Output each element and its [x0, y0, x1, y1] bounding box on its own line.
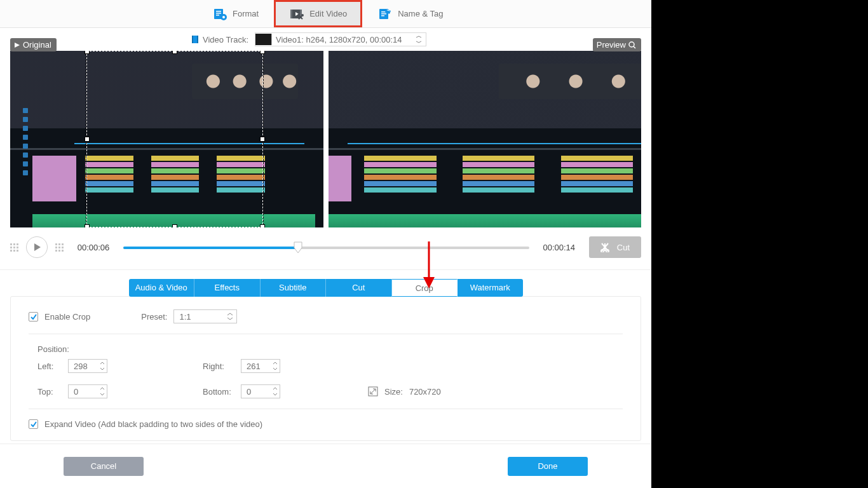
- settings-tabs: Audio & Video Effects Subtitle Cut Crop …: [129, 279, 523, 297]
- expand-video-checkbox[interactable]: [29, 419, 38, 429]
- play-icon: [14, 42, 20, 48]
- crop-handle-e[interactable]: [260, 137, 265, 142]
- crop-handle-se[interactable]: [260, 224, 265, 227]
- stepper-icon[interactable]: [271, 386, 279, 397]
- video-track-icon: [191, 35, 199, 44]
- timeline-knob[interactable]: [293, 241, 303, 254]
- size-value: 720x720: [409, 387, 441, 396]
- annotation-arrow-icon: [421, 240, 437, 291]
- bottom-label: Bottom:: [203, 387, 234, 396]
- enable-crop-checkbox[interactable]: [29, 312, 38, 322]
- svg-rect-14: [381, 13, 386, 15]
- top-tabbar: Format Edit Video Name & Tag: [0, 0, 651, 28]
- left-input[interactable]: 298: [68, 359, 107, 373]
- svg-rect-2: [216, 13, 221, 14]
- play-button[interactable]: [26, 236, 48, 258]
- name-tag-icon: [377, 6, 393, 22]
- original-badge: Original: [10, 38, 57, 51]
- right-value: 261: [247, 362, 261, 371]
- preview-stage: [0, 51, 651, 227]
- top-label: Top:: [37, 387, 62, 396]
- chevron-updown-icon: [227, 312, 233, 321]
- crop-handle-sw[interactable]: [85, 224, 90, 227]
- svg-rect-3: [216, 15, 219, 16]
- preset-label: Preset:: [141, 312, 167, 322]
- chevron-down-icon: [416, 36, 422, 43]
- preview-badge: Preview: [593, 38, 641, 51]
- svg-point-5: [222, 16, 225, 18]
- tab-edit-video[interactable]: Edit Video: [274, 0, 362, 27]
- search-icon: [628, 41, 636, 49]
- edit-video-icon: [289, 6, 304, 22]
- svg-rect-1: [216, 11, 221, 12]
- svg-line-22: [634, 46, 635, 48]
- original-pane[interactable]: [10, 51, 323, 227]
- svg-point-11: [301, 14, 304, 17]
- tab-name-tag[interactable]: Name & Tag: [362, 0, 458, 27]
- top-value: 0: [74, 387, 78, 396]
- svg-rect-15: [381, 15, 384, 17]
- crop-handle-n[interactable]: [172, 51, 177, 54]
- crop-handle-ne[interactable]: [260, 51, 265, 54]
- tab-cut[interactable]: Cut: [326, 279, 392, 297]
- settings-area: Audio & Video Effects Subtitle Cut Crop …: [0, 270, 651, 441]
- footer: Cancel Done: [0, 444, 651, 488]
- svg-point-10: [297, 14, 300, 17]
- format-icon: [212, 6, 227, 22]
- expand-video-label: Expand Video (Add black padding to two s…: [44, 419, 262, 429]
- done-button[interactable]: Done: [508, 457, 588, 476]
- preview-pane: [329, 51, 642, 227]
- video-track-thumb: [255, 34, 272, 45]
- tab-audio-video[interactable]: Audio & Video: [129, 279, 195, 297]
- right-label: Right:: [203, 362, 234, 371]
- video-track-select[interactable]: Video1: h264, 1280x720, 00:00:14: [255, 32, 426, 46]
- video-content: [329, 51, 642, 227]
- svg-rect-7: [290, 10, 292, 18]
- crop-handle-w[interactable]: [85, 137, 90, 142]
- crop-selection[interactable]: [86, 51, 263, 227]
- svg-marker-30: [423, 277, 435, 288]
- cancel-button[interactable]: Cancel: [64, 457, 144, 476]
- left-label: Left:: [37, 362, 62, 371]
- video-track-label: Video Track:: [191, 35, 248, 44]
- svg-marker-20: [15, 43, 20, 48]
- tab-format[interactable]: Format: [197, 0, 274, 27]
- svg-marker-23: [34, 243, 41, 251]
- tab-name-tag-label: Name & Tag: [398, 9, 443, 18]
- svg-point-21: [629, 42, 634, 47]
- right-input[interactable]: 261: [241, 359, 280, 373]
- size-label: Size:: [384, 387, 403, 396]
- enable-crop-label: Enable Crop: [44, 312, 90, 322]
- video-track-value: Video1: h264, 1280x720, 00:00:14: [276, 35, 402, 44]
- grip-right-icon[interactable]: [55, 243, 64, 252]
- svg-rect-19: [197, 36, 198, 43]
- position-label: Position:: [37, 344, 623, 354]
- grip-left-icon[interactable]: [10, 243, 18, 252]
- svg-rect-18: [192, 36, 193, 43]
- tab-subtitle[interactable]: Subtitle: [261, 279, 327, 297]
- crop-handle-nw[interactable]: [85, 51, 90, 54]
- tab-edit-video-label: Edit Video: [309, 9, 347, 18]
- left-value: 298: [74, 362, 88, 371]
- playback-bar: 00:00:06 00:00:14 Cut: [0, 227, 651, 270]
- cut-button[interactable]: Cut: [589, 236, 641, 258]
- time-total: 00:00:14: [537, 243, 581, 252]
- scissors-icon: [600, 242, 612, 252]
- video-track-row: Video Track: Video1: h264, 1280x720, 00:…: [0, 28, 651, 51]
- time-current: 00:00:06: [71, 243, 116, 252]
- preset-value: 1:1: [179, 312, 191, 322]
- bottom-value: 0: [247, 387, 251, 396]
- tab-watermark[interactable]: Watermark: [458, 279, 523, 297]
- crop-handle-s[interactable]: [172, 224, 177, 227]
- stepper-icon[interactable]: [271, 360, 279, 372]
- stepper-icon[interactable]: [98, 360, 106, 372]
- preset-select[interactable]: 1:1: [173, 309, 237, 323]
- crop-panel: Enable Crop Preset: 1:1 Position: Left: …: [10, 296, 641, 441]
- top-input[interactable]: 0: [68, 384, 107, 398]
- size-icon: [368, 386, 378, 396]
- bottom-input[interactable]: 0: [241, 384, 280, 398]
- stepper-icon[interactable]: [98, 386, 106, 397]
- timeline[interactable]: [123, 241, 529, 253]
- tab-format-label: Format: [233, 9, 259, 18]
- tab-effects[interactable]: Effects: [194, 279, 261, 297]
